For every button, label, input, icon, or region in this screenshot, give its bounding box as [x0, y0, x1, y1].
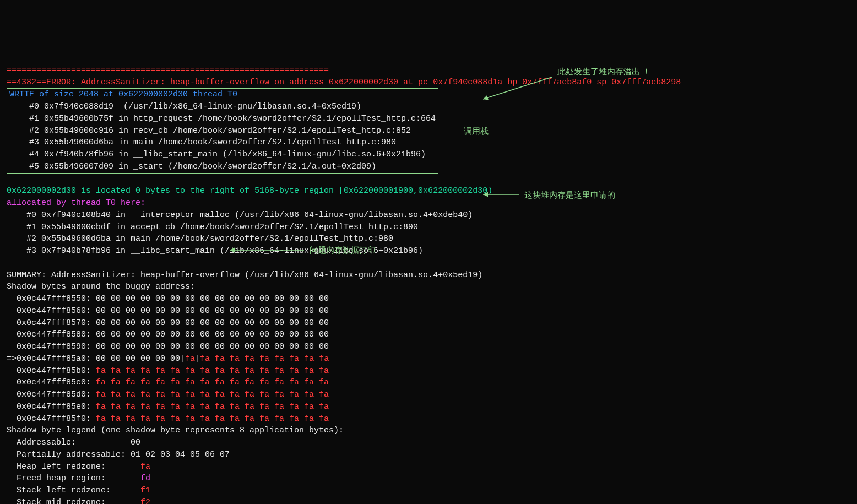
- stack2-2: #2 0x55b49600d6ba in main /home/book/swo…: [7, 234, 393, 243]
- legend-header: Shadow byte legend (one shadow byte repr…: [7, 426, 344, 435]
- stack1-3: #3 0x55b49600d6ba in main /home/book/swo…: [9, 138, 396, 147]
- stack1-5: #5 0x55b496007d09 in _start (/home/book/…: [9, 162, 376, 171]
- stack2-0: #0 0x7f940c108b40 in __interceptor_mallo…: [7, 210, 473, 220]
- stack1-0: #0 0x7f940c088d19 (/usr/lib/x86_64-linux…: [9, 102, 361, 111]
- alloc-header: allocated by thread T0 here:: [7, 198, 145, 208]
- callstack-annotation: 调用栈: [464, 125, 489, 137]
- stack2-1: #1 0x55b49600cbdf in accept_cb /home/boo…: [7, 223, 418, 232]
- memdump-annotation: 问题内存数据打印: [310, 244, 376, 256]
- shadow-memory-rows: 0x0c447fff8550: 00 00 00 00 00 00 00 00 …: [7, 294, 329, 424]
- separator-line: ========================================…: [7, 66, 329, 75]
- overflow-annotation: 此处发生了堆内存溢出 ！: [557, 66, 650, 78]
- terminal-output: ========================================…: [7, 52, 850, 504]
- error-header: ==4382==ERROR: AddressSanitizer: heap-bu…: [7, 78, 681, 87]
- located-line: 0x622000002d30 is located 0 bytes to the…: [7, 186, 492, 196]
- legend-rows: Addressable: 00 Partially addressable: 0…: [7, 438, 230, 504]
- stack1-1: #1 0x55b49600b75f in http_request /home/…: [9, 114, 436, 123]
- stack1-2: #2 0x55b49600c916 in recv_cb /home/book/…: [9, 126, 411, 136]
- callstack-box: WRITE of size 2048 at 0x622000002d30 thr…: [7, 88, 438, 173]
- alloc-annotation: 这块堆内存是这里申请的: [524, 189, 615, 201]
- write-header: WRITE of size 2048 at 0x622000002d30 thr…: [9, 90, 237, 99]
- summary-line: SUMMARY: AddressSanitizer: heap-buffer-o…: [7, 270, 487, 280]
- shadow-header: Shadow bytes around the buggy address:: [7, 282, 195, 291]
- stack1-4: #4 0x7f940b78fb96 in __libc_start_main (…: [9, 150, 426, 159]
